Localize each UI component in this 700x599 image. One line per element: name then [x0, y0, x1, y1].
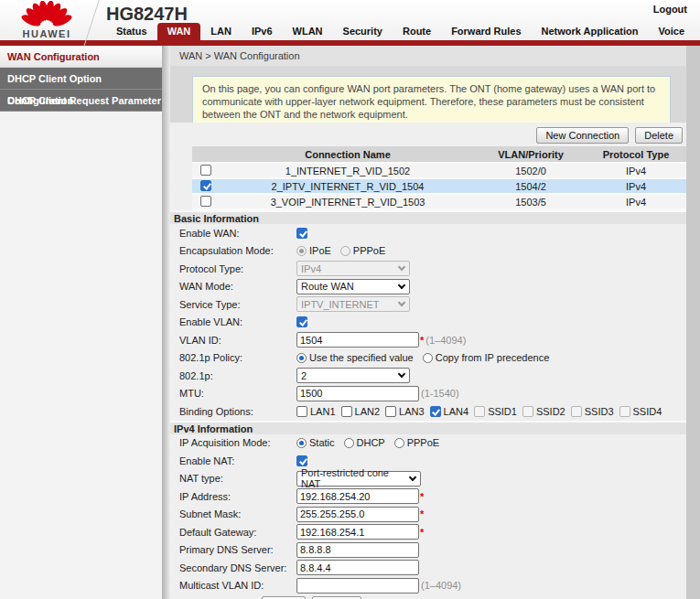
ssid2-checkbox[interactable] [522, 406, 533, 417]
protocol-type: IPv4 [586, 178, 686, 194]
vlan-priority: 1503/5 [476, 194, 586, 209]
form-row-secondary-dns: Secondary DNS Server: [170, 559, 686, 577]
pppoe-acquisition-radio[interactable] [394, 438, 404, 448]
protocol-type: IPv4 [586, 194, 686, 209]
vlan-priority: 1502/0 [476, 163, 586, 178]
page-description: On this page, you can configure WAN port… [192, 76, 671, 127]
ssid1-checkbox[interactable] [474, 406, 485, 417]
brand-text: HUAWEI [15, 28, 79, 39]
new-connection-button[interactable]: New Connection [536, 127, 629, 144]
section-title-ipv4-information: IPv4 Information [170, 421, 686, 434]
dhcp-radio[interactable] [344, 438, 354, 448]
required-marker: * [420, 491, 424, 502]
tab-wan[interactable]: WAN [157, 23, 201, 40]
delete-button[interactable]: Delete [635, 127, 683, 144]
range-hint: (1-1540) [421, 388, 459, 399]
required-marker: * [420, 527, 424, 538]
form-row-multicast-vlan-id: Multicast VLAN ID: (1–4094) [170, 577, 686, 595]
tab-lan[interactable]: LAN [200, 23, 242, 40]
sidebar-item-dhcp-client-request[interactable]: DHCP Client Request Parameter [0, 90, 162, 112]
chevron-down-icon [409, 474, 416, 481]
specified-value-radio[interactable] [296, 353, 307, 363]
vlan-id-input[interactable] [296, 332, 419, 348]
row-checkbox[interactable] [200, 196, 211, 207]
table-row[interactable]: 3_VOIP_INTERNET_R_VID_1503 1503/5 IPv4 [192, 194, 686, 209]
copy-ip-precedence-radio[interactable] [423, 353, 433, 363]
vlan-priority: 1504/2 [476, 178, 586, 194]
ipoe-radio[interactable] [296, 246, 307, 256]
form-row-default-gateway: Default Gateway: * [170, 523, 686, 541]
protocol-type: IPv4 [586, 163, 686, 178]
row-checkbox[interactable] [200, 180, 211, 191]
form-row-vlan-id: VLAN ID: *(1–4094) [170, 331, 686, 349]
lan2-checkbox[interactable] [341, 406, 352, 417]
form-row-8021p-policy: 802.1p Policy: Use the specified value C… [170, 349, 686, 368]
tab-status[interactable]: Status [106, 23, 157, 40]
ssid4-checkbox[interactable] [619, 406, 630, 417]
wan-mode-select[interactable]: Route WAN [296, 279, 410, 294]
protocol-type-select[interactable]: IPv4 [296, 261, 410, 276]
ssid3-checkbox[interactable] [571, 406, 582, 417]
connections-table: Connection Name VLAN/Priority Protocol T… [192, 146, 686, 210]
range-hint: (1–4094) [421, 580, 461, 591]
tab-forward-rules[interactable]: Forward Rules [441, 23, 531, 40]
service-type-select[interactable]: IPTV_INTERNET [296, 296, 410, 312]
form-row-wan-mode: WAN Mode: Route WAN [170, 278, 686, 296]
lan1-checkbox[interactable] [296, 406, 307, 417]
main-content: WAN > WAN Configuration On this page, yo… [170, 46, 686, 599]
main-nav: Status WAN LAN IPv6 WLAN Security Route … [106, 23, 700, 40]
chevron-down-icon [398, 282, 405, 289]
pppoe-radio[interactable] [340, 246, 350, 256]
subnet-mask-input[interactable] [296, 507, 419, 522]
section-title-basic-information: Basic Information [170, 210, 686, 224]
secondary-dns-input[interactable] [296, 560, 419, 575]
form-row-protocol-type: Protocol Type: IPv4 [170, 260, 686, 278]
chevron-down-icon [398, 263, 405, 271]
range-hint: (1–4094) [425, 335, 466, 346]
tab-voice[interactable]: Voice [648, 23, 695, 40]
form-row-ip-address: IP Address: * [170, 487, 686, 506]
enable-wan-checkbox[interactable] [296, 228, 307, 239]
notice-region: On this page, you can configure WAN port… [170, 66, 686, 123]
lan4-checkbox[interactable] [430, 406, 441, 417]
table-header-row: Connection Name VLAN/Priority Protocol T… [192, 146, 686, 163]
enable-nat-checkbox[interactable] [296, 455, 307, 466]
form-row-ip-acquisition-mode: IP Acquisition Mode: Static DHCP PPPoE [170, 434, 686, 453]
8021p-select[interactable]: 2 [296, 368, 410, 383]
nat-type-select[interactable]: Port-restricted cone NAT [296, 471, 421, 487]
default-gateway-input[interactable] [296, 524, 419, 540]
form-row-mtu: MTU: (1-1540) [170, 385, 686, 403]
ip-address-input[interactable] [296, 488, 419, 504]
required-marker: * [420, 335, 424, 346]
sidebar-item-dhcp-client-option[interactable]: DHCP Client Option Configuration [0, 68, 162, 90]
select-column-header [192, 146, 220, 163]
tab-route[interactable]: Route [393, 23, 441, 40]
table-row[interactable]: 1_INTERNET_R_VID_1502 1502/0 IPv4 [192, 163, 686, 178]
multicast-vlan-id-input[interactable] [296, 578, 419, 594]
sidebar-item-wan-configuration[interactable]: WAN Configuration [0, 46, 162, 68]
required-marker: * [420, 508, 424, 519]
breadcrumb: WAN > WAN Configuration [170, 46, 686, 66]
tab-security[interactable]: Security [333, 23, 393, 40]
tab-system-tools[interactable]: System Tools [695, 23, 700, 40]
logout-link[interactable]: Logout [653, 4, 687, 15]
lan3-checkbox[interactable] [385, 406, 396, 417]
huawei-logo: HUAWEI [15, 1, 79, 39]
tab-wlan[interactable]: WLAN [283, 23, 333, 40]
primary-dns-input[interactable] [296, 542, 419, 558]
row-checkbox[interactable] [200, 165, 211, 176]
enable-vlan-checkbox[interactable] [296, 316, 307, 327]
header-divider [83, 0, 100, 47]
sidebar: WAN Configuration DHCP Client Option Con… [0, 46, 162, 599]
static-radio[interactable] [296, 438, 307, 448]
column-header-vlan-priority: VLAN/Priority [476, 146, 586, 163]
form-row-enable-nat: Enable NAT: [170, 452, 686, 470]
form-row-service-type: Service Type: IPTV_INTERNET [170, 295, 686, 314]
form-row-enable-vlan: Enable VLAN: [170, 314, 686, 332]
table-row[interactable]: 2_IPTV_INTERNET_R_VID_1504 1504/2 IPv4 [192, 178, 686, 194]
mtu-input[interactable] [296, 386, 419, 401]
chevron-down-icon [398, 370, 405, 378]
tab-ipv6[interactable]: IPv6 [242, 23, 283, 40]
tab-network-application[interactable]: Network Application [532, 23, 649, 40]
connection-name: 1_INTERNET_R_VID_1502 [220, 163, 476, 178]
